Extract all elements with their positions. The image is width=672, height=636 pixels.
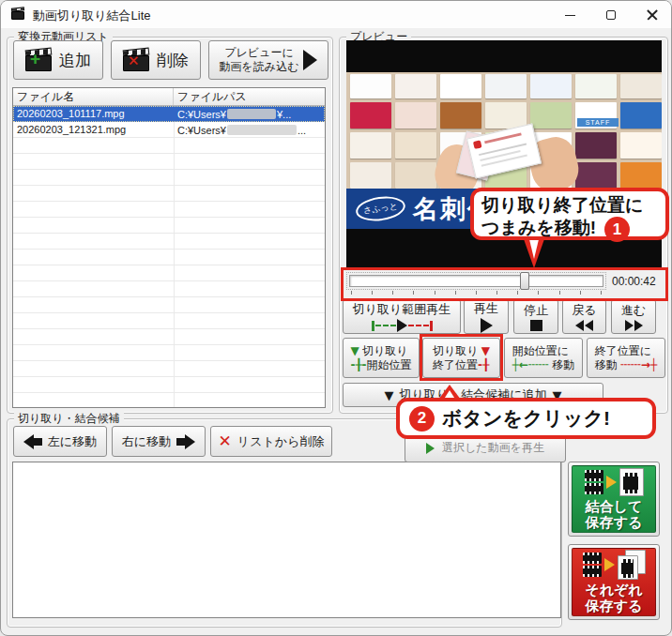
move-right-label: 右に移動	[122, 433, 171, 450]
window-title: 動画切り取り結合Lite	[33, 8, 151, 24]
move-right-button[interactable]: 右に移動	[112, 426, 206, 457]
column-divider	[174, 106, 175, 407]
callout1-line2: つまみを移動!	[481, 217, 658, 239]
add-video-button[interactable]: + 追加	[13, 40, 103, 80]
business-card	[620, 162, 662, 189]
save-each-button[interactable]: それぞれ 保存する	[568, 544, 660, 620]
annotation-box-slider	[341, 267, 668, 301]
business-card	[350, 74, 391, 98]
load-to-preview-label-1: プレビューに	[220, 46, 299, 60]
move-left-label: 左に移動	[48, 433, 97, 450]
goto-start-button[interactable]: 開始位置に ┼←╌╌╌ 移動	[504, 338, 583, 378]
business-card	[620, 74, 662, 98]
red-x-icon: ✕	[219, 433, 232, 449]
file-row[interactable]: 20260203_121321.mpg C:¥Users¥ ...	[13, 122, 325, 138]
load-to-preview-button[interactable]: プレビューに 動画を読み込む	[208, 40, 328, 80]
candidates-group-label: 切り取り・結合候補	[14, 412, 124, 425]
delete-video-button[interactable]: ✕ 削除	[111, 40, 201, 80]
file-path: C:¥Users¥ ...	[174, 122, 325, 138]
business-card	[485, 74, 527, 98]
file-name: 20260203_121321.mpg	[13, 122, 174, 138]
maximize-button[interactable]	[590, 1, 632, 29]
back-button[interactable]: 戻る	[562, 299, 606, 334]
green-start-marker-icon: -╂-	[350, 358, 366, 371]
stop-icon	[530, 320, 542, 331]
business-card	[350, 102, 391, 129]
redacted-path	[227, 125, 297, 135]
business-card	[395, 74, 436, 98]
file-list-body: 20260203_101117.mpg C:¥Users¥ ¥... 20260…	[13, 106, 325, 407]
business-card	[395, 102, 436, 129]
business-card	[350, 162, 391, 189]
load-arrow-icon	[303, 50, 317, 70]
document-icon	[619, 468, 644, 496]
maximize-icon	[606, 10, 616, 20]
annotation-box-end-button	[420, 334, 503, 381]
file-row-selected[interactable]: 20260203_101117.mpg C:¥Users¥ ¥...	[13, 106, 325, 122]
play-selected-label: 選択した動画を再生	[442, 440, 544, 456]
stop-label: 停止	[524, 302, 548, 319]
clapperboard-add-icon: +	[25, 49, 53, 72]
red-arrow-right-icon: ╌╌╌→┼	[620, 358, 657, 371]
down-triangle-icon: ▼	[385, 388, 394, 402]
business-card	[575, 74, 617, 98]
forward-button[interactable]: 進む	[611, 299, 656, 334]
file-path: C:¥Users¥ ¥...	[174, 106, 325, 122]
redacted-path	[227, 109, 276, 119]
file-list-header: ファイル名 ファイルパス	[13, 88, 325, 106]
app-icon	[11, 8, 26, 23]
move-left-button[interactable]: 左に移動	[13, 426, 107, 457]
fast-forward-icon	[625, 320, 643, 331]
load-to-preview-label-2: 動画を読み込む	[220, 60, 299, 74]
title-bar: 動画切り取り結合Lite	[1, 1, 672, 29]
business-card	[440, 102, 481, 129]
green-play-icon	[426, 443, 435, 454]
staff-card-label: STAFF	[577, 118, 619, 127]
column-header-filename[interactable]: ファイル名	[13, 88, 174, 105]
play-range-button[interactable]: 切り取り範囲再生	[343, 299, 461, 334]
clapperboard-delete-icon: ✕	[123, 49, 151, 72]
play-label: 再生	[474, 300, 498, 317]
callout1-tail	[523, 236, 545, 268]
set-cut-start-button[interactable]: ▼ 切り取り -╂-開始位置	[343, 338, 420, 378]
business-card	[575, 132, 617, 159]
app-window: 動画切り取り結合Lite 変換元動画リスト + 追加 ✕ 削除 プレビューに 動…	[0, 0, 672, 636]
business-card	[530, 102, 572, 129]
play-icon	[481, 318, 493, 333]
banner-badge: さふっと	[355, 193, 407, 223]
business-card	[620, 132, 662, 159]
business-card	[350, 132, 391, 159]
back-label: 戻る	[572, 302, 596, 319]
play-range-icon	[372, 319, 433, 332]
join-and-save-button[interactable]: 結合して 保存する	[568, 462, 660, 537]
file-name: 20260203_101117.mpg	[13, 106, 174, 122]
join-save-label-1: 結合して	[586, 498, 643, 514]
column-header-filepath[interactable]: ファイルパス	[174, 88, 325, 105]
business-card	[575, 162, 617, 189]
close-icon	[647, 9, 658, 21]
stop-button[interactable]: 停止	[513, 299, 558, 334]
step-2-badge: 2	[409, 406, 435, 432]
add-video-label: 追加	[59, 50, 91, 71]
business-card	[485, 102, 527, 129]
goto-end-button[interactable]: 終了位置に 移動 ╌╌╌→┼	[587, 338, 665, 378]
step-1-badge: 1	[604, 217, 630, 242]
card-row	[348, 74, 662, 98]
play-button[interactable]: 再生	[464, 299, 509, 334]
documents-icon	[618, 550, 646, 580]
business-card	[395, 162, 436, 189]
callout2-text: ボタンをクリック!	[442, 405, 610, 432]
close-button[interactable]	[632, 1, 672, 29]
save-each-label-1: それぞれ	[585, 582, 642, 598]
callout1-line1: 切り取り終了位置に	[481, 194, 658, 217]
minimize-icon	[565, 15, 575, 16]
remove-from-list-label: リストから削除	[237, 433, 325, 450]
source-file-list[interactable]: ファイル名 ファイルパス 20260203_101117.mpg C:¥User…	[12, 87, 326, 408]
delete-video-label: 削除	[157, 50, 189, 71]
business-card	[395, 132, 436, 159]
save-each-label-2: 保存する	[586, 598, 643, 613]
thick-right-arrow-icon	[176, 434, 195, 449]
candidates-list[interactable]	[12, 462, 561, 618]
minimize-button[interactable]	[549, 1, 590, 29]
remove-from-list-button[interactable]: ✕ リストから削除	[210, 426, 332, 457]
